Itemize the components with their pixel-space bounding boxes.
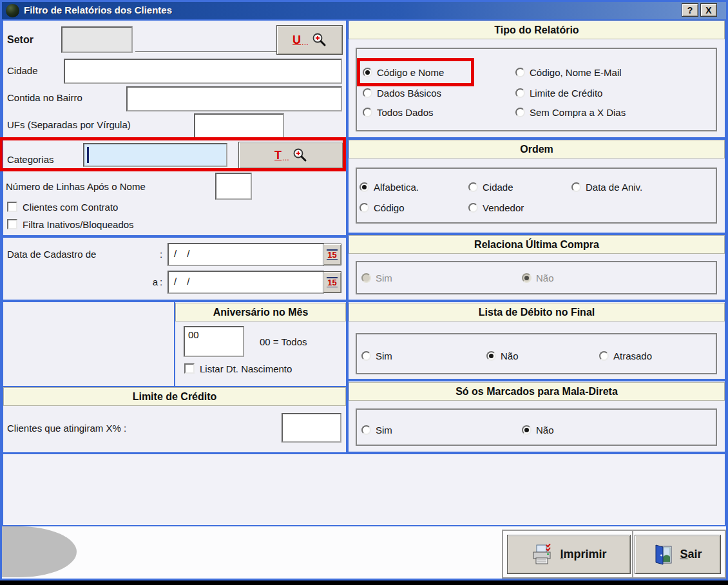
aniversario-hint: 00 = Todos <box>260 336 307 349</box>
panel-lista-debito: Lista de Débito no Final Sim Não Atrasad… <box>347 301 726 380</box>
radio-ultima-sim-label: Sim <box>376 272 392 285</box>
setor-lookup-button[interactable]: U ... <box>276 25 343 55</box>
radio-vendedor-label: Vendedor <box>483 202 524 215</box>
cadastro-separator: : <box>160 276 162 289</box>
radio-codigo-nome-email[interactable] <box>515 68 525 77</box>
imprimir-label: Imprimir <box>560 548 606 561</box>
bairro-label: Contida no Bairro <box>7 91 82 104</box>
close-button[interactable]: X <box>700 3 717 17</box>
cidade-label: Cidade <box>7 64 38 77</box>
ordem-groupbox <box>356 168 717 224</box>
radio-dados-basicos-label: Dados Básicos <box>377 87 441 100</box>
radio-ultima-nao-label: Não <box>536 272 554 285</box>
radio-cidade[interactable] <box>468 182 478 192</box>
radio-codigo[interactable] <box>359 203 369 213</box>
radio-sem-compra[interactable] <box>515 108 525 117</box>
radio-codigo-e-nome[interactable] <box>363 68 372 77</box>
cadastro-from-input[interactable]: / / <box>168 243 324 266</box>
categorias-label: Categorias <box>7 153 54 166</box>
linhas-label: Número de Linhas Após o Nome <box>6 180 146 193</box>
contrato-checkbox[interactable] <box>7 202 17 212</box>
panel-limite-credito: Limite de Crédito Clientes que atingiram… <box>2 386 347 454</box>
question-icon: ? <box>687 5 693 15</box>
radio-codigo-e-nome-label: Código e Nome <box>377 66 444 79</box>
setor-code-field[interactable] <box>61 26 133 53</box>
nascimento-checkbox[interactable] <box>184 363 195 374</box>
cadastro-to-calendar-button[interactable]: 15 <box>323 271 341 293</box>
tipo-header: Tipo do Relatório <box>349 21 725 39</box>
linhas-input[interactable] <box>215 173 252 200</box>
radio-codigo-label: Código <box>374 202 405 215</box>
limite-input[interactable] <box>282 413 341 443</box>
radio-mala-nao[interactable] <box>522 425 532 435</box>
radio-todos-dados[interactable] <box>363 108 372 117</box>
calendar-icon: 15 <box>327 249 337 260</box>
radio-debito-sim-label: Sim <box>376 350 392 363</box>
panel-tipo-relatorio: Tipo do Relatório Código e Nome Dados Bá… <box>347 19 726 139</box>
screen: Filtro de Relatórios dos Clientes ? X Se… <box>0 0 728 585</box>
panel-empty <box>2 453 726 526</box>
app-icon <box>6 4 19 17</box>
aniversario-header: Aniversário no Mês <box>175 303 346 321</box>
radio-mala-sim[interactable] <box>361 425 371 435</box>
printer-icon <box>531 544 554 566</box>
radio-mala-nao-label: Não <box>536 424 554 437</box>
radio-debito-atrasado[interactable] <box>599 351 609 361</box>
exit-door-icon <box>653 544 674 565</box>
cadastro-to-input[interactable]: / / <box>168 271 324 294</box>
panel-ordem: Ordem Alfabetica. Cidade Data de Aniv. C… <box>347 139 726 234</box>
radio-ultima-sim <box>361 273 371 283</box>
radio-alfabetica[interactable] <box>359 182 369 192</box>
close-icon: X <box>705 5 711 15</box>
categorias-lookup-button[interactable]: T ... <box>238 142 343 169</box>
lookup-accel-letter: U <box>292 34 301 46</box>
categorias-input[interactable] <box>83 143 227 167</box>
radio-cidade-label: Cidade <box>483 181 513 194</box>
zoom-plus-icon <box>311 32 327 48</box>
bairro-input[interactable] <box>126 86 342 111</box>
help-button[interactable]: ? <box>682 3 698 17</box>
ufs-label: UFs (Separadas por Vírgula) <box>7 119 131 131</box>
radio-debito-sim[interactable] <box>361 351 371 361</box>
radio-mala-sim-label: Sim <box>376 424 392 437</box>
panel-mala-direta: Só os Marcados para Mala-Direta Sim Não <box>347 380 726 453</box>
cadastro-from-calendar-button[interactable]: 15 <box>323 244 341 265</box>
sair-label: Sair <box>680 548 702 561</box>
radio-debito-nao[interactable] <box>486 351 496 361</box>
lookup-dots: ... <box>282 153 289 162</box>
inativos-checkbox[interactable] <box>7 219 17 229</box>
lookup-accel-letter: T <box>274 149 282 161</box>
nascimento-label: Listar Dt. Nascimento <box>200 363 292 376</box>
calendar-icon: 15 <box>327 277 337 287</box>
lista-debito-groupbox <box>356 333 717 374</box>
title-bar: Filtro de Relatórios dos Clientes ? X <box>2 2 726 19</box>
setor-label: Setor <box>7 34 34 46</box>
radio-limite-credito-label: Limite de Crédito <box>530 87 602 100</box>
aniversario-mes-input[interactable]: 00 <box>184 326 244 357</box>
radio-todos-dados-label: Todos Dados <box>377 106 434 119</box>
limite-label: Clientes que atingiram X% : <box>7 422 126 435</box>
radio-sem-compra-label: Sem Compra a X Dias <box>530 106 626 119</box>
panel-ultima-compra: Relaciona Última Compra Sim Não <box>347 234 726 301</box>
cidade-input[interactable] <box>64 59 342 84</box>
text-caret <box>87 147 89 163</box>
radio-data-aniv[interactable] <box>571 182 581 192</box>
radio-limite-credito[interactable] <box>515 88 525 98</box>
contrato-label: Clientes com Contrato <box>23 201 118 214</box>
radio-codigo-nome-email-label: Código, Nome E-Mail <box>530 66 622 79</box>
panel-data-cadastro: Data de Cadastro de : / / 15 a : / / 15 <box>2 236 347 301</box>
sair-button[interactable]: Sair <box>635 535 721 574</box>
radio-dados-basicos[interactable] <box>363 88 372 98</box>
cadastro-to-label: a <box>144 276 158 289</box>
ultima-compra-header: Relaciona Última Compra <box>349 235 725 254</box>
radio-alfabetica-label: Alfabetica. <box>374 181 419 194</box>
limite-header: Limite de Crédito <box>3 387 346 406</box>
radio-ultima-nao <box>522 273 532 283</box>
ufs-input[interactable] <box>194 113 284 139</box>
button-frame-divider <box>632 530 633 579</box>
radio-vendedor[interactable] <box>468 203 478 213</box>
ordem-header: Ordem <box>349 140 725 158</box>
imprimir-button[interactable]: Imprimir <box>507 535 631 574</box>
mala-direta-header: Só os Marcados para Mala-Direta <box>349 382 725 401</box>
panel-filtros: Setor U ... Cidade Contida no Bairro UFs… <box>2 19 347 236</box>
